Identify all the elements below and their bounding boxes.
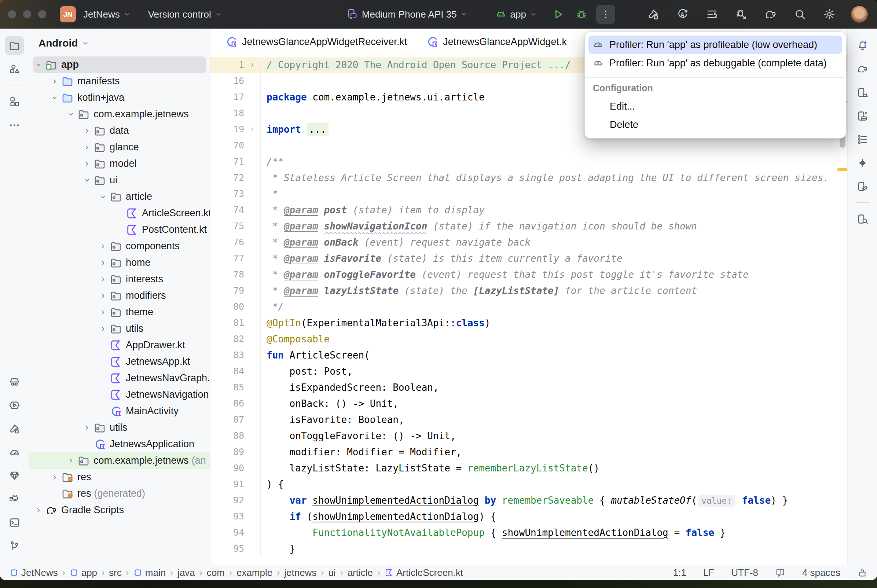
tree-row-manifests[interactable]: manifests bbox=[29, 73, 210, 90]
tree-row-com-example-jetnews[interactable]: com.example.jetnews bbox=[29, 106, 210, 123]
tree-row-article[interactable]: article bbox=[29, 188, 210, 205]
more-run-options-button[interactable] bbox=[596, 5, 615, 24]
status-widget-lf[interactable]: LF bbox=[703, 567, 714, 579]
code-line[interactable]: 75 * @param showNavigationIcon (state) i… bbox=[210, 218, 837, 234]
tree-row-jetnewsapplication[interactable]: JetnewsApplication bbox=[29, 436, 210, 452]
status-widget-1-1[interactable]: 1:1 bbox=[673, 567, 687, 579]
tree-toggle-collapsed[interactable] bbox=[97, 273, 109, 285]
code-line[interactable]: 80 */ bbox=[210, 299, 837, 315]
tree-row-app[interactable]: app bbox=[33, 57, 207, 73]
tree-row-appdrawer-kt[interactable]: AppDrawer.kt bbox=[29, 337, 210, 353]
tree-row-utils[interactable]: utils bbox=[29, 320, 210, 337]
breadcrumb-item-ui[interactable]: ui bbox=[328, 567, 336, 579]
resource-shapes-icon[interactable] bbox=[5, 59, 24, 78]
incognito-icon[interactable] bbox=[5, 372, 24, 391]
device-manager-icon[interactable] bbox=[853, 83, 872, 102]
running-devices-icon[interactable] bbox=[853, 106, 872, 125]
code-line[interactable]: 87 isFavorite: Boolean, bbox=[210, 412, 837, 428]
tree-row-theme[interactable]: theme bbox=[29, 304, 210, 320]
hexagon-play-icon[interactable] bbox=[5, 396, 24, 415]
device-explorer-icon[interactable] bbox=[853, 209, 872, 228]
code-line[interactable]: 92 var showUnimplementedActionDialog by … bbox=[210, 492, 837, 508]
code-line[interactable]: 73 * bbox=[210, 186, 837, 202]
breadcrumb-item-example[interactable]: example bbox=[237, 567, 273, 579]
code-line[interactable]: 70 bbox=[210, 138, 837, 154]
popup-action-delete[interactable]: Delete bbox=[585, 116, 846, 134]
tree-toggle-collapsed[interactable] bbox=[33, 504, 44, 516]
code-line[interactable]: 88 onToggleFavorite: () -> Unit, bbox=[210, 428, 837, 444]
code-line[interactable]: 77 * @param isFavorite (state) is this i… bbox=[210, 250, 837, 267]
tree-toggle-expanded[interactable] bbox=[97, 191, 109, 203]
logcat-cat-icon[interactable] bbox=[5, 489, 24, 508]
traffic-light-zoom[interactable] bbox=[38, 10, 46, 18]
tree-row-utils[interactable]: utils bbox=[29, 419, 210, 436]
structure-list-icon[interactable] bbox=[853, 130, 872, 149]
device-selector[interactable]: Medium Phone API 35 bbox=[342, 6, 471, 23]
build-hammer-icon[interactable] bbox=[647, 8, 660, 21]
search-icon[interactable] bbox=[793, 8, 807, 21]
tree-row-model[interactable]: model bbox=[29, 155, 210, 172]
code-line[interactable]: 91) { bbox=[210, 476, 837, 492]
code-line[interactable]: 85 isExpandedScreen: Boolean, bbox=[210, 380, 837, 396]
tree-row-postcontent-kt[interactable]: PostContent.kt bbox=[29, 221, 210, 238]
tree-toggle-collapsed[interactable] bbox=[97, 306, 109, 318]
project-view-selector[interactable]: Android bbox=[29, 28, 210, 57]
tree-toggle-collapsed[interactable] bbox=[81, 158, 93, 170]
project-selector[interactable]: JetNews bbox=[80, 7, 134, 22]
project-folder-icon[interactable] bbox=[5, 36, 24, 55]
code-line[interactable]: 84 post: Post, bbox=[210, 363, 837, 380]
breadcrumb-item-articlescreen-kt[interactable]: ArticleScreen.kt bbox=[385, 567, 463, 579]
breadcrumb-item-article[interactable]: article bbox=[348, 567, 373, 579]
tree-row-gradle-scripts[interactable]: Gradle Scripts bbox=[29, 502, 210, 518]
code-line[interactable]: 76 * @param onBack (event) request navig… bbox=[210, 234, 837, 250]
code-line[interactable]: 74 * @param post (state) item to display bbox=[210, 202, 837, 218]
editor-tab-jetnewsglanceappwidget-k[interactable]: JetnewsGlanceAppWidget.k bbox=[417, 28, 576, 55]
git-branch-icon[interactable] bbox=[5, 536, 24, 555]
profiler-gauge-icon[interactable] bbox=[5, 442, 24, 462]
notifications-bell-icon[interactable] bbox=[853, 36, 872, 55]
tree-row-kotlin-java[interactable]: kotlin+java bbox=[29, 90, 210, 106]
code-line[interactable]: 94 FunctionalityNotAvailablePopup { show… bbox=[210, 525, 837, 541]
status-widget-4-spaces[interactable]: 4 spaces bbox=[802, 567, 840, 579]
terminal-icon[interactable] bbox=[5, 513, 24, 532]
code-line[interactable]: 79 * @param lazyListState (state) the [L… bbox=[210, 283, 837, 299]
sync-a-icon[interactable]: A bbox=[676, 8, 689, 21]
tree-toggle-collapsed[interactable] bbox=[49, 75, 60, 87]
device-mirror-icon[interactable] bbox=[853, 177, 872, 196]
tree-row-data[interactable]: data bbox=[29, 123, 210, 139]
gradle-elephant-icon[interactable] bbox=[853, 59, 872, 78]
tree-row-res[interactable]: res bbox=[29, 469, 210, 485]
tree-toggle-expanded[interactable] bbox=[33, 59, 44, 71]
tree-toggle-collapsed[interactable] bbox=[65, 455, 76, 466]
tree-row-components[interactable]: components bbox=[29, 238, 210, 254]
tree-toggle-collapsed[interactable] bbox=[81, 125, 93, 137]
status-widget-utf-8[interactable]: UTF-8 bbox=[731, 567, 758, 579]
tree-row-jetnewsnavigation[interactable]: JetnewsNavigation bbox=[29, 386, 210, 403]
run-configuration-selector[interactable]: app bbox=[492, 6, 540, 23]
tree-row-modifiers[interactable]: modifiers bbox=[29, 287, 210, 304]
more-dots-icon[interactable] bbox=[5, 116, 24, 135]
breadcrumb-item-com[interactable]: com bbox=[207, 567, 225, 579]
breadcrumb-item-jetnews[interactable]: JetNews bbox=[9, 567, 58, 579]
tree-toggle-expanded[interactable] bbox=[49, 92, 60, 104]
tree-row-interests[interactable]: interests bbox=[29, 271, 210, 287]
tree-row-jetnewsnavgraph[interactable]: JetnewsNavGraph. bbox=[29, 370, 210, 386]
code-line[interactable]: 78 * @param onToggleFavorite (event) req… bbox=[210, 267, 837, 283]
tree-toggle-collapsed[interactable] bbox=[97, 290, 109, 302]
tree-toggle-collapsed[interactable] bbox=[97, 240, 109, 252]
code-line[interactable]: 95 } bbox=[210, 541, 837, 557]
breadcrumb-item-main[interactable]: main bbox=[133, 567, 166, 579]
structure-boxes-icon[interactable] bbox=[5, 92, 24, 111]
tree-row-mainactivity[interactable]: MainActivity bbox=[29, 403, 210, 419]
version-control-menu[interactable]: Version control bbox=[145, 7, 225, 22]
fold-toggle-icon[interactable] bbox=[244, 122, 260, 138]
tree-row-ui[interactable]: ui bbox=[29, 172, 210, 188]
tree-toggle-expanded[interactable] bbox=[65, 108, 76, 120]
traffic-light-minimize[interactable] bbox=[23, 10, 31, 18]
tree-row-com-example-jetnews[interactable]: com.example.jetnews(an bbox=[29, 452, 210, 469]
code-line[interactable]: 82@Composable bbox=[210, 331, 837, 347]
code-line[interactable]: 83fun ArticleScreen( bbox=[210, 347, 837, 363]
tree-row-glance[interactable]: glance bbox=[29, 139, 210, 155]
tree-toggle-collapsed[interactable] bbox=[97, 323, 109, 335]
debug-button[interactable] bbox=[575, 8, 588, 21]
